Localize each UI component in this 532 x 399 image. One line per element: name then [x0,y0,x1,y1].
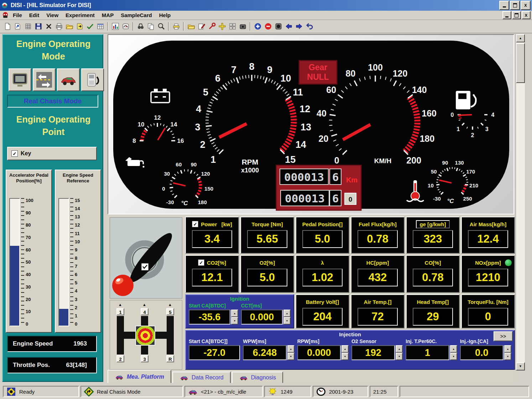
menu-help[interactable]: Help [156,11,174,19]
menu-map[interactable]: MAP [98,11,117,19]
slider-track[interactable] [9,198,20,326]
mode-button-car[interactable] [57,68,80,91]
tab-mea-platform[interactable]: Mea. Platform [108,370,171,383]
status-segment-ready: Ready [3,386,79,397]
gear-knob[interactable] [135,326,155,346]
mode-button-fuel-dispenser[interactable] [81,68,104,91]
toolbar-open-page-button[interactable] [12,21,23,32]
toolbar-camera-button[interactable] [238,21,248,32]
toolbar-print-preview-button[interactable] [54,21,64,32]
field-label: RPW[ms] [297,338,349,345]
mdi-window-controls: X [502,11,531,19]
app-window: { "window": {"title": "DISI - [HIL Simul… [0,0,532,399]
spin-up-button[interactable]: ▲ [396,345,403,353]
trip-odometer-decimal: 6 [332,192,339,205]
scrollbar-thumb[interactable] [516,43,525,83]
trip-reset-button[interactable]: 0 [345,193,356,204]
more-button[interactable]: >> [494,331,513,341]
vertical-scrollbar[interactable]: ▲ ▼ [516,34,525,370]
scroll-down-button[interactable]: ▼ [516,362,525,370]
toolbar-arrow-right-button[interactable] [294,21,304,32]
svg-text:4: 4 [196,104,201,114]
spin-down-button[interactable]: ▼ [287,353,294,360]
toolbar-save-disk-button[interactable] [33,21,43,32]
spin-up-button[interactable]: ▲ [450,345,457,353]
toolbar-folder-open-button[interactable] [186,21,196,32]
toolbar-printer-button[interactable] [171,21,181,32]
menu-file[interactable]: File [9,11,26,19]
minimize-button[interactable] [499,1,509,10]
toolbar-undo-button[interactable] [304,21,314,32]
cell-checkbox[interactable]: ✓ [192,221,198,227]
svg-text:8: 8 [249,61,254,72]
toolbar-arrow-left-button[interactable] [283,21,294,32]
tab-diagnosis[interactable]: Diagnosis [232,372,283,383]
cell-value: 0.78 [358,230,398,248]
toolbar-remove-circle-button[interactable] [263,21,273,32]
toolbar-record-button[interactable] [273,21,283,32]
toolbar-checkmark-button[interactable] [85,21,95,32]
field-value[interactable]: 0.000 [241,310,283,325]
menu-edit[interactable]: Edit [26,11,43,19]
field-value[interactable]: -35.6 [189,310,230,325]
toolbar-new-document-button[interactable] [2,21,12,32]
mdi-restore-button[interactable] [512,11,521,19]
spin-down-button[interactable]: ▼ [341,353,349,360]
spin-up-button[interactable]: ▲ [283,310,291,317]
spin-up-button[interactable]: ▲ [504,345,511,353]
slider-track[interactable] [58,198,69,326]
menu-samplecard[interactable]: SampleCard [117,11,156,19]
spin-down-button[interactable]: ▼ [450,353,457,360]
toolbar-bar-chart-button[interactable] [110,21,120,32]
toolbar-gauge-button[interactable] [120,21,131,32]
key-checkbox[interactable]: ✓ [11,150,18,157]
field-value[interactable]: 6.248 [243,345,286,360]
cell-label: Air Mass[kg/h] [470,221,506,227]
toolbar-yellow-cross-button[interactable] [217,21,227,32]
spin-down-button[interactable]: ▼ [231,317,238,325]
field-value[interactable]: 192 [351,345,395,360]
field-value[interactable]: 0.000 [297,345,341,360]
toolbar-folder-open-button[interactable] [64,21,74,32]
field-inj-ign-ca: Inj.-Ign.[CA]0.0▲▼ [460,338,511,360]
restore-button[interactable] [510,1,520,10]
toolbar-tools-button[interactable] [207,21,217,32]
cell-value: 3.4 [192,230,232,248]
toolbar-grid-small-button[interactable] [23,21,33,32]
toolbar-binoculars-button[interactable] [135,21,146,32]
toolbar-copy-button[interactable] [146,21,156,32]
svg-text:10: 10 [428,182,434,188]
menu-experiment[interactable]: Experiment [62,11,98,19]
toolbar-export-page-button[interactable] [74,21,85,32]
spin-down-button[interactable]: ▼ [396,353,403,360]
toolbar-zoom-button[interactable] [156,21,166,32]
mode-button-monitor[interactable] [9,68,31,91]
toolbar-edit-pen-button[interactable] [196,21,207,32]
cell-checkbox[interactable]: ✓ [198,259,204,266]
mdi-minimize-button[interactable] [502,11,511,19]
emergency-stop-ball[interactable] [112,275,134,296]
spin-up-button[interactable]: ▲ [341,345,349,353]
spin-up-button[interactable]: ▲ [231,310,238,317]
menu-view[interactable]: View [43,11,62,19]
close-button[interactable]: X [521,1,531,10]
svg-text:60: 60 [326,85,336,95]
mode-button-route-arrows[interactable] [33,68,56,91]
spin-up-button[interactable]: ▲ [287,345,294,353]
spin-down-button[interactable]: ▼ [504,353,511,360]
field-value[interactable]: 0.0 [460,345,504,360]
spin-down-button[interactable]: ▼ [283,317,291,325]
field-value[interactable]: -27.0 [189,345,240,360]
toolbar-delete-x-button[interactable] [43,21,54,32]
toolbar-table-grid-button[interactable] [227,21,238,32]
measure-cell-ge-g-kwh: ge [g/kwh]323 [406,217,460,254]
scroll-up-button[interactable]: ▲ [516,34,525,42]
mdi-close-button[interactable]: X [522,11,531,19]
tab-data-record[interactable]: Data Record [172,372,231,383]
gear-label-1: 1 [116,308,124,315]
toolbar-table-button[interactable] [95,21,105,32]
toolbar-add-circle-button[interactable] [252,21,263,32]
field-value[interactable]: 1 [406,345,449,360]
toolbar-separator [183,22,184,31]
shifter-arrow-icon: ▲ [168,302,172,307]
